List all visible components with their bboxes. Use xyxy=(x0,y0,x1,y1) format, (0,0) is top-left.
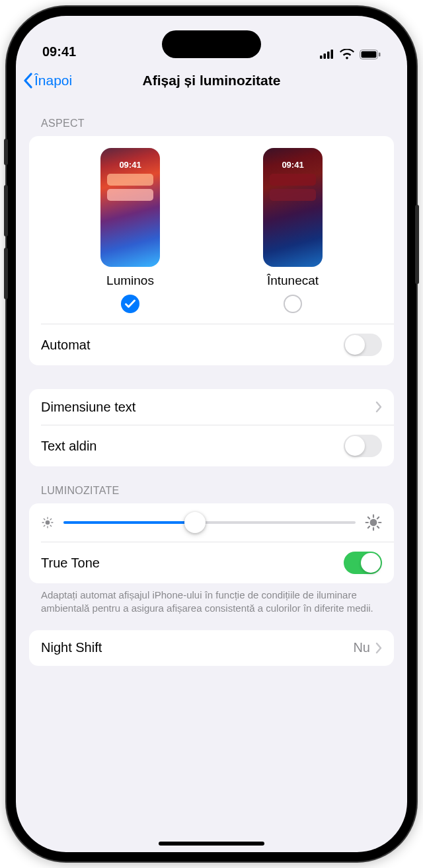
night-shift-card: Night Shift Nu xyxy=(29,630,394,666)
true-tone-footer: Adaptați automat afișajul iPhone-ului în… xyxy=(29,583,394,616)
brightness-section-header: LUMINOZITATE xyxy=(29,466,394,503)
sun-small-icon xyxy=(41,516,54,529)
svg-rect-1 xyxy=(324,54,327,59)
phone-frame: 09:41 Înapoi Afișaj și luminozitate ASPE… xyxy=(7,7,416,861)
text-size-row[interactable]: Dimensiune text xyxy=(29,389,394,425)
brightness-slider[interactable] xyxy=(63,521,356,524)
svg-line-13 xyxy=(50,525,52,526)
text-size-label: Dimensiune text xyxy=(41,400,135,415)
option-label-light: Luminos xyxy=(106,273,154,288)
svg-point-7 xyxy=(46,521,50,525)
automatic-label: Automat xyxy=(41,338,90,353)
appearance-option-light[interactable]: 09:41 Luminos xyxy=(100,148,160,313)
settings-content[interactable]: ASPECT 09:41 Luminos xyxy=(16,99,407,850)
wifi-icon xyxy=(340,49,354,59)
true-tone-label: True Tone xyxy=(41,556,100,571)
night-shift-row[interactable]: Night Shift Nu xyxy=(29,630,394,666)
appearance-card: 09:41 Luminos 09:41 xyxy=(29,136,394,365)
preview-widget xyxy=(107,189,153,201)
cellular-icon xyxy=(320,50,334,59)
preview-light: 09:41 xyxy=(100,148,160,267)
bold-text-toggle[interactable] xyxy=(344,435,382,457)
back-button[interactable]: Înapoi xyxy=(22,73,72,89)
svg-line-15 xyxy=(50,519,52,520)
svg-line-24 xyxy=(377,517,379,519)
text-card: Dimensiune text Text aldin xyxy=(29,389,394,466)
svg-line-22 xyxy=(377,526,379,528)
automatic-toggle[interactable] xyxy=(344,334,382,356)
bold-text-row[interactable]: Text aldin xyxy=(29,425,394,466)
automatic-row[interactable]: Automat xyxy=(29,324,394,365)
svg-rect-3 xyxy=(331,50,334,59)
chevron-right-icon xyxy=(375,642,382,654)
night-shift-value: Nu xyxy=(353,640,370,655)
preview-widget xyxy=(270,189,316,201)
option-label-dark: Întunecat xyxy=(267,273,319,288)
navigation-bar: Înapoi Afișaj și luminozitate xyxy=(16,62,407,99)
radio-light-checked[interactable] xyxy=(121,295,139,313)
svg-line-12 xyxy=(44,519,45,520)
brightness-card: True Tone xyxy=(29,503,394,583)
preview-time: 09:41 xyxy=(263,160,323,170)
svg-line-23 xyxy=(368,526,369,528)
appearance-section-header: ASPECT xyxy=(29,99,394,136)
svg-rect-0 xyxy=(320,55,323,59)
svg-line-14 xyxy=(44,525,45,526)
chevron-right-icon xyxy=(375,401,382,413)
brightness-slider-row xyxy=(29,503,394,542)
home-indicator[interactable] xyxy=(159,842,264,846)
side-button xyxy=(4,248,8,299)
status-time: 09:41 xyxy=(42,44,76,59)
page-title: Afișaj și luminozitate xyxy=(143,73,281,89)
svg-rect-2 xyxy=(327,52,330,59)
preview-widget xyxy=(270,174,316,186)
dynamic-island xyxy=(162,30,261,58)
true-tone-toggle[interactable] xyxy=(344,552,382,574)
battery-icon xyxy=(360,50,381,59)
svg-point-16 xyxy=(370,519,377,526)
preview-time: 09:41 xyxy=(100,160,160,170)
preview-widget xyxy=(107,174,153,186)
radio-dark[interactable] xyxy=(284,295,302,313)
bold-text-label: Text aldin xyxy=(41,439,97,454)
true-tone-row[interactable]: True Tone xyxy=(29,542,394,583)
slider-thumb[interactable] xyxy=(184,512,206,533)
status-indicators xyxy=(320,49,381,59)
svg-line-21 xyxy=(368,517,369,519)
night-shift-label: Night Shift xyxy=(41,640,102,655)
side-button xyxy=(4,185,8,236)
side-button xyxy=(4,139,8,165)
checkmark-icon xyxy=(125,299,135,308)
chevron-left-icon xyxy=(22,73,33,89)
svg-rect-6 xyxy=(379,52,381,56)
preview-dark: 09:41 xyxy=(263,148,323,267)
appearance-options: 09:41 Luminos 09:41 xyxy=(29,136,394,324)
svg-rect-5 xyxy=(362,51,377,57)
appearance-option-dark[interactable]: 09:41 Întunecat xyxy=(263,148,323,313)
sun-large-icon xyxy=(365,514,382,531)
slider-fill xyxy=(63,521,195,524)
back-label: Înapoi xyxy=(34,73,72,89)
phone-screen: 09:41 Înapoi Afișaj și luminozitate ASPE… xyxy=(16,16,407,852)
side-button xyxy=(415,205,419,284)
